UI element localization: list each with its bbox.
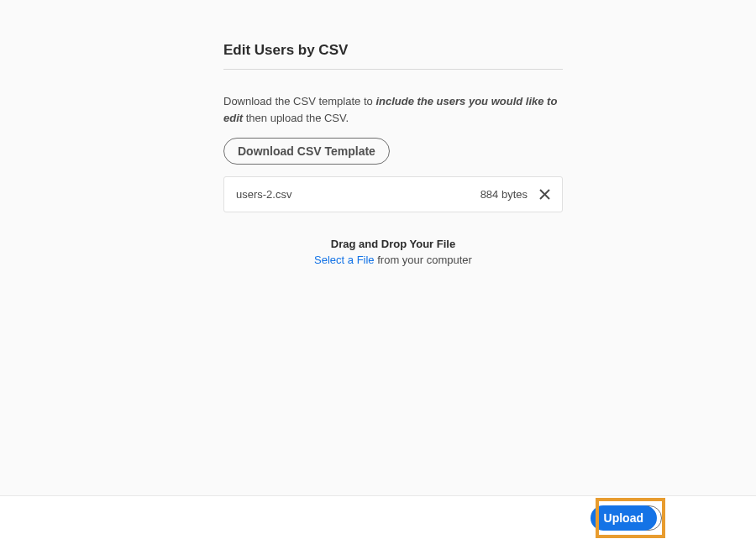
select-file-link[interactable]: Select a File (314, 254, 375, 266)
edit-users-panel: Edit Users by CSV Download the CSV templ… (223, 0, 563, 266)
drop-suffix: from your computer (375, 254, 472, 266)
instruction-suffix: then upload the CSV. (243, 112, 349, 124)
page-title: Edit Users by CSV (223, 42, 563, 59)
uploaded-file-row: users-2.csv 884 bytes (223, 176, 563, 212)
drop-area[interactable]: Drag and Drop Your File Select a File fr… (223, 238, 563, 266)
file-name: users-2.csv (236, 188, 291, 201)
download-csv-template-button[interactable]: Download CSV Template (223, 138, 390, 165)
instruction-text: Download the CSV template to include the… (223, 93, 563, 126)
drop-subtitle: Select a File from your computer (223, 254, 563, 266)
instruction-prefix: Download the CSV template to (223, 95, 375, 107)
file-size: 884 bytes (480, 188, 528, 201)
title-divider (223, 69, 563, 70)
upload-button[interactable]: Upload (591, 505, 657, 531)
remove-file-button[interactable] (539, 189, 550, 200)
close-icon (539, 189, 550, 200)
file-meta: 884 bytes (480, 188, 550, 201)
drop-title: Drag and Drop Your File (223, 238, 563, 250)
